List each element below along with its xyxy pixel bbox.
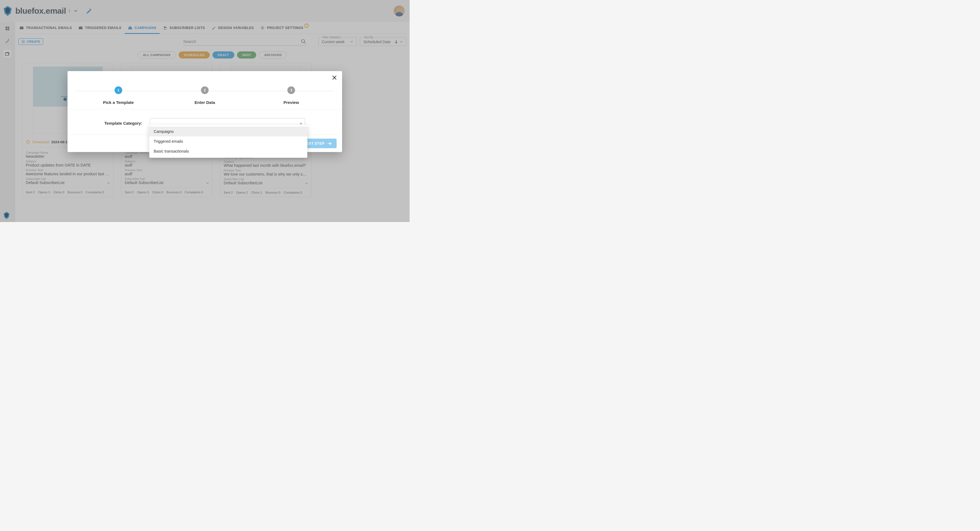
dropdown-option-campaigns[interactable]: Campaigns (149, 127, 307, 137)
dropdown-option-transactionals[interactable]: Basic transactionals (149, 146, 307, 156)
arrow-right-icon (327, 142, 332, 145)
template-category-dropdown: Campaigns Triggered emails Basic transac… (149, 125, 307, 158)
modal-overlay[interactable]: 1 Pick a Template 2 Enter Data 3 Preview… (0, 0, 410, 222)
template-category-label: Template Category: (105, 121, 142, 126)
step-2[interactable]: 2 Enter Data (162, 86, 248, 105)
stepper: 1 Pick a Template 2 Enter Data 3 Preview (68, 71, 342, 105)
step-3[interactable]: 3 Preview (248, 86, 334, 105)
step-1[interactable]: 1 Pick a Template (75, 86, 162, 105)
chevron-up-icon: ▲ (300, 122, 302, 125)
dropdown-option-triggered[interactable]: Triggered emails (149, 137, 307, 146)
